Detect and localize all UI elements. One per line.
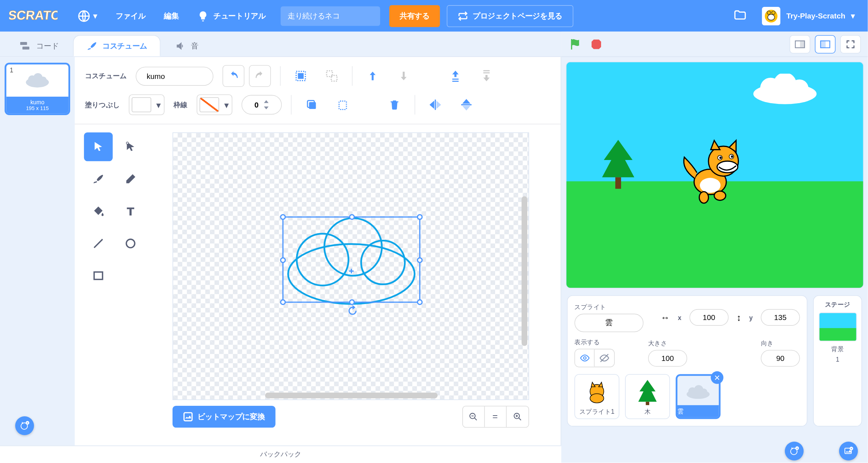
tutorials-button[interactable]: チュートリアル: [188, 0, 275, 31]
lightbulb-icon: [197, 10, 209, 22]
canvas-scrollbar-vertical[interactable]: [521, 196, 527, 346]
svg-rect-23: [435, 100, 436, 110]
cat-plus-icon: +: [789, 446, 799, 456]
rotation-handle[interactable]: [346, 305, 358, 317]
fill-color-picker[interactable]: ▾: [129, 94, 165, 115]
eye-off-icon: [599, 353, 610, 363]
my-stuff-button[interactable]: [722, 8, 759, 24]
large-stage-button[interactable]: [815, 35, 835, 53]
svg-text:SCRATCH: SCRATCH: [9, 8, 58, 22]
share-button[interactable]: 共有する: [389, 5, 440, 27]
eraser-tool[interactable]: [116, 165, 145, 193]
brush-icon: [86, 40, 98, 52]
undo-button[interactable]: [222, 65, 244, 87]
edit-menu[interactable]: 編集: [155, 0, 188, 31]
hide-button[interactable]: [595, 349, 614, 367]
visibility-toggle[interactable]: [574, 349, 614, 367]
svg-point-66: [583, 357, 586, 359]
tool-palette: [84, 124, 148, 445]
show-button[interactable]: [575, 349, 595, 367]
svg-point-51: [790, 79, 809, 98]
group-button[interactable]: [290, 65, 311, 87]
svg-marker-72: [638, 380, 657, 401]
convert-bitmap-button[interactable]: ビットマップに変換: [172, 406, 275, 428]
svg-point-5: [768, 14, 775, 20]
svg-point-3: [767, 10, 771, 14]
costume-name-input[interactable]: [136, 67, 213, 85]
stage-cloud: [750, 74, 820, 105]
add-sprite-fab[interactable]: +: [785, 442, 804, 460]
file-menu[interactable]: ファイル: [106, 0, 155, 31]
line-tool[interactable]: [84, 229, 113, 258]
reshape-tool[interactable]: [116, 132, 145, 161]
paste-button[interactable]: [332, 94, 353, 115]
flip-horizontal-button[interactable]: [424, 94, 446, 115]
svg-text:+: +: [27, 421, 29, 425]
account-menu[interactable]: Try-Play-Scratch ▾: [759, 7, 859, 25]
selection-box[interactable]: [282, 216, 420, 303]
costume-item-selected[interactable]: 1 kumo 195 x 115: [5, 63, 70, 115]
redo-button[interactable]: [249, 65, 271, 87]
zoom-reset-button[interactable]: =: [485, 407, 506, 427]
zoom-out-button[interactable]: [463, 407, 484, 427]
svg-point-65: [731, 155, 733, 157]
flip-vertical-button[interactable]: [455, 94, 477, 115]
back-button[interactable]: [476, 65, 497, 87]
svg-line-26: [94, 239, 102, 248]
add-backdrop-fab[interactable]: +: [839, 442, 858, 460]
see-project-page-button[interactable]: プロジェクトページを見る: [447, 5, 573, 27]
sprite-item-cloud[interactable]: ✕ 雲: [676, 374, 720, 419]
tab-costumes[interactable]: コスチューム: [73, 35, 161, 56]
canvas-scrollbar-horizontal[interactable]: [265, 392, 437, 398]
sprite-item-cat[interactable]: スプライト1: [574, 374, 619, 419]
tab-sounds[interactable]: 音: [162, 35, 212, 56]
y-input[interactable]: 135: [761, 309, 800, 326]
outline-color-picker[interactable]: ▾: [197, 94, 233, 115]
sprite-item-label: 雲: [677, 405, 719, 417]
stop-button[interactable]: [590, 38, 603, 50]
outline-width-input[interactable]: 0: [242, 95, 282, 114]
bitmap-icon: [183, 412, 193, 422]
brush-tool[interactable]: [84, 165, 113, 193]
chevron-down-icon: ▾: [851, 12, 855, 20]
forward-button[interactable]: [362, 65, 383, 87]
project-title-input[interactable]: 走り続けるネコ: [281, 6, 380, 26]
delete-sprite-button[interactable]: ✕: [711, 371, 723, 384]
sprite-item-tree[interactable]: 木: [625, 374, 670, 419]
paint-canvas[interactable]: [172, 132, 529, 400]
eye-icon: [579, 353, 590, 363]
sprite-name-input[interactable]: 雲: [574, 314, 643, 332]
fill-tool[interactable]: [84, 197, 113, 226]
image-plus-icon: +: [844, 446, 853, 456]
backward-button[interactable]: [393, 65, 414, 87]
y-label: y: [749, 314, 753, 321]
x-input[interactable]: 100: [689, 309, 728, 326]
select-tool[interactable]: [84, 132, 113, 161]
direction-input[interactable]: 90: [761, 350, 800, 366]
text-tool[interactable]: [116, 197, 145, 226]
zoom-in-button[interactable]: [506, 407, 528, 427]
backdrops-label: 背景: [818, 345, 857, 353]
costume-size: 195 x 115: [6, 105, 68, 111]
stage[interactable]: [566, 62, 864, 288]
size-input[interactable]: 100: [648, 350, 687, 366]
stage-thumbnail[interactable]: [818, 312, 856, 341]
scratch-logo[interactable]: SCRATCH: [9, 6, 58, 26]
tab-code[interactable]: コード: [7, 35, 72, 56]
add-costume-fab[interactable]: +: [15, 416, 34, 435]
copy-button[interactable]: [301, 94, 323, 115]
small-stage-button[interactable]: [790, 35, 810, 53]
circle-tool[interactable]: [116, 229, 145, 258]
ungroup-button[interactable]: [321, 65, 342, 87]
backpack[interactable]: バックパック: [0, 446, 561, 463]
size-label: 大きさ: [648, 339, 687, 348]
language-menu[interactable]: ▾: [68, 0, 107, 31]
delete-button[interactable]: [384, 94, 405, 115]
front-button[interactable]: [444, 65, 466, 87]
backdrops-count: 1: [818, 356, 857, 363]
code-icon: [20, 41, 32, 51]
fullscreen-button[interactable]: [840, 35, 861, 53]
svg-rect-17: [452, 81, 459, 82]
rectangle-tool[interactable]: [84, 261, 113, 290]
green-flag-button[interactable]: [568, 37, 582, 51]
